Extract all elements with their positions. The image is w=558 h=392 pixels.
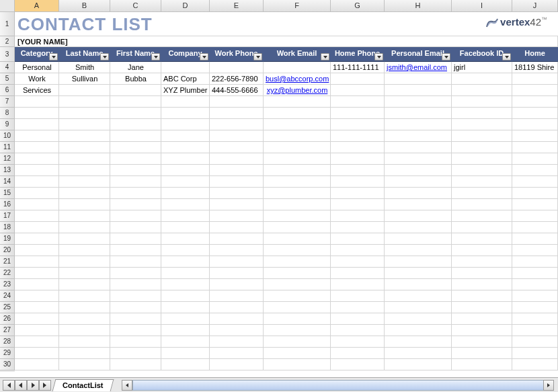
empty-cell[interactable]: [161, 142, 210, 153]
empty-cell[interactable]: [110, 96, 161, 108]
empty-cell[interactable]: [331, 210, 385, 222]
empty-cell[interactable]: [161, 302, 210, 313]
empty-cell[interactable]: [512, 222, 558, 233]
row-header[interactable]: 25: [0, 302, 15, 313]
empty-cell[interactable]: [512, 153, 558, 165]
empty-cell[interactable]: [210, 188, 264, 199]
filter-dropdown-icon[interactable]: [100, 53, 109, 61]
empty-cell[interactable]: [110, 142, 161, 153]
empty-cell[interactable]: [59, 336, 110, 348]
empty-cell[interactable]: [512, 256, 558, 268]
empty-cell[interactable]: [110, 245, 161, 256]
column-header-h[interactable]: H: [385, 0, 452, 11]
empty-cell[interactable]: [331, 348, 385, 359]
empty-cell[interactable]: [512, 279, 558, 290]
empty-cell[interactable]: [385, 245, 452, 256]
row-header[interactable]: 14: [0, 176, 15, 188]
empty-cell[interactable]: [210, 165, 264, 176]
empty-cell[interactable]: [512, 245, 558, 256]
empty-cell[interactable]: [59, 142, 110, 153]
empty-cell[interactable]: [15, 210, 59, 222]
empty-cell[interactable]: [15, 96, 59, 108]
empty-cell[interactable]: [15, 222, 59, 233]
empty-cell[interactable]: [161, 96, 210, 108]
cell-work-email[interactable]: busl@abccorp.com: [264, 73, 331, 85]
empty-cell[interactable]: [452, 108, 512, 119]
empty-cell[interactable]: [385, 256, 452, 268]
horizontal-scrollbar[interactable]: [132, 380, 555, 391]
filter-dropdown-icon[interactable]: [151, 53, 160, 61]
empty-cell[interactable]: [331, 325, 385, 336]
row-header[interactable]: 23: [0, 279, 15, 290]
empty-cell[interactable]: [15, 325, 59, 336]
empty-cell[interactable]: [452, 348, 512, 359]
row-header[interactable]: 20: [0, 245, 15, 256]
empty-cell[interactable]: [385, 279, 452, 290]
column-header-d[interactable]: D: [161, 0, 210, 11]
cell-last-name[interactable]: [59, 85, 110, 96]
empty-cell[interactable]: [385, 313, 452, 325]
empty-cell[interactable]: [161, 245, 210, 256]
cell-facebook-id[interactable]: [452, 85, 512, 96]
empty-cell[interactable]: [452, 176, 512, 188]
empty-cell[interactable]: [15, 336, 59, 348]
empty-cell[interactable]: [452, 96, 512, 108]
table-row[interactable]: [15, 210, 558, 222]
empty-cell[interactable]: [161, 325, 210, 336]
empty-cell[interactable]: [452, 130, 512, 142]
empty-cell[interactable]: [110, 348, 161, 359]
empty-cell[interactable]: [15, 313, 59, 325]
empty-cell[interactable]: [331, 279, 385, 290]
empty-cell[interactable]: [264, 165, 331, 176]
table-row[interactable]: [15, 245, 558, 256]
table-row[interactable]: Work Sullivan Bubba ABC Corp 222-656-789…: [15, 73, 558, 85]
empty-cell[interactable]: [110, 210, 161, 222]
empty-cell[interactable]: [512, 325, 558, 336]
header-first-name[interactable]: First Name: [110, 47, 161, 62]
empty-cell[interactable]: [452, 142, 512, 153]
empty-cell[interactable]: [110, 302, 161, 313]
column-header-e[interactable]: E: [210, 0, 264, 11]
empty-cell[interactable]: [210, 348, 264, 359]
table-row[interactable]: [15, 199, 558, 210]
cell-work-email[interactable]: [264, 62, 331, 73]
empty-cell[interactable]: [264, 336, 331, 348]
empty-cell[interactable]: [210, 268, 264, 279]
empty-cell[interactable]: [110, 176, 161, 188]
empty-cell[interactable]: [59, 348, 110, 359]
empty-cell[interactable]: [512, 96, 558, 108]
row-header[interactable]: 2: [0, 36, 15, 47]
empty-cell[interactable]: [331, 130, 385, 142]
empty-cell[interactable]: [59, 302, 110, 313]
empty-cell[interactable]: [210, 130, 264, 142]
select-all-corner[interactable]: [0, 0, 15, 11]
empty-cell[interactable]: [331, 245, 385, 256]
empty-cell[interactable]: [161, 359, 210, 370]
cell-category[interactable]: Services: [15, 85, 59, 96]
spreadsheet-grid[interactable]: CONTACT LIST vertex42™ [YOUR NAME] Categ…: [15, 12, 558, 372]
empty-cell[interactable]: [452, 199, 512, 210]
table-row[interactable]: [15, 130, 558, 142]
empty-cell[interactable]: [161, 279, 210, 290]
empty-cell[interactable]: [110, 108, 161, 119]
column-header-g[interactable]: G: [331, 0, 385, 11]
empty-cell[interactable]: [210, 199, 264, 210]
row-header[interactable]: 30: [0, 359, 15, 370]
empty-cell[interactable]: [59, 165, 110, 176]
empty-cell[interactable]: [331, 256, 385, 268]
empty-cell[interactable]: [59, 245, 110, 256]
cell-personal-email[interactable]: [385, 73, 452, 85]
empty-cell[interactable]: [15, 199, 59, 210]
empty-cell[interactable]: [264, 119, 331, 130]
empty-cell[interactable]: [385, 222, 452, 233]
empty-cell[interactable]: [452, 336, 512, 348]
cell-company[interactable]: ABC Corp: [161, 73, 210, 85]
empty-cell[interactable]: [59, 256, 110, 268]
empty-cell[interactable]: [331, 290, 385, 302]
empty-cell[interactable]: [452, 256, 512, 268]
empty-cell[interactable]: [210, 359, 264, 370]
empty-cell[interactable]: [210, 222, 264, 233]
table-row[interactable]: [15, 153, 558, 165]
cell-category[interactable]: Personal: [15, 62, 59, 73]
empty-cell[interactable]: [264, 96, 331, 108]
